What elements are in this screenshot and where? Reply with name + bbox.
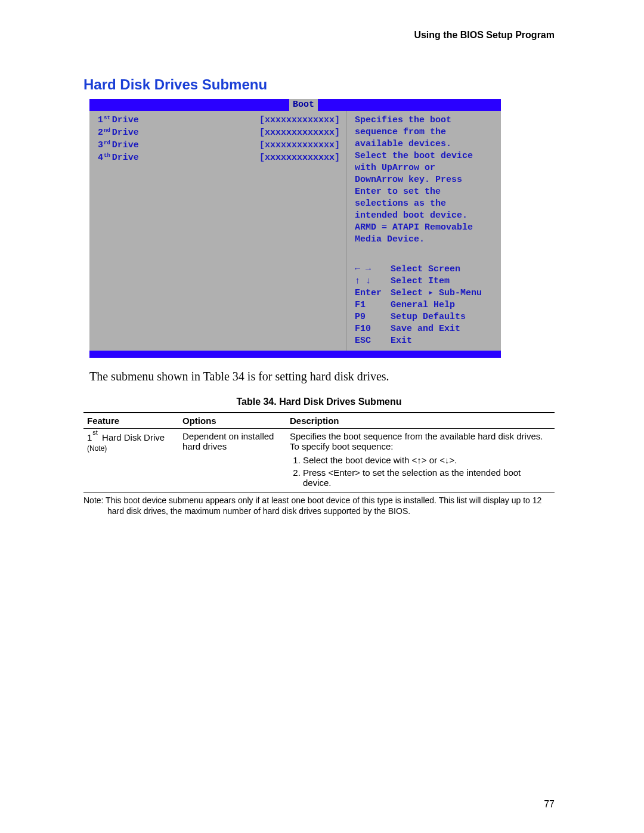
th-description: Description — [286, 413, 555, 429]
bios-drive-label: 4th Drive — [98, 152, 139, 165]
bios-keymap-row: F10Save and Exit — [355, 323, 495, 335]
bios-keymap-action: Select Screen — [391, 264, 460, 275]
bios-keymap-key: F10 — [355, 323, 391, 335]
submenu-table: Feature Options Description 1st Hard Dis… — [83, 412, 555, 493]
bios-help-panel: Specifies the bootsequence from theavail… — [346, 111, 501, 351]
bios-keymap-row: F1General Help — [355, 299, 495, 311]
bios-keymap-key: F1 — [355, 299, 391, 311]
bios-keymap-key: ESC — [355, 335, 391, 347]
th-options: Options — [179, 413, 286, 429]
bios-keymap-row: EnterSelect ▸ Sub-Menu — [355, 287, 495, 299]
bios-keymap-action: General Help — [391, 299, 455, 311]
bios-drive-row: 4th Drive[xxxxxxxxxxxxx] — [98, 152, 340, 165]
desc-step: Select the boot device with <↑> or <↓>. — [303, 455, 551, 465]
bios-help-line: Enter to set the — [355, 186, 495, 198]
bios-help-line: DownArrow key. Press — [355, 174, 495, 186]
bios-screen: Boot 1st Drive[xxxxxxxxxxxxx]2nd Drive[x… — [89, 99, 501, 358]
bios-keymap-row: ↑ ↓Select Item — [355, 275, 495, 287]
cell-description: Specifies the boot sequence from the ava… — [286, 429, 555, 493]
table-row: 1st Hard Disk Drive (Note) Dependent on … — [83, 429, 555, 493]
bios-help-line: available devices. — [355, 138, 495, 150]
caption-paragraph: The submenu shown in Table 34 is for set… — [89, 370, 555, 383]
bios-bottom-bar — [89, 351, 501, 358]
bios-help-line: Specifies the boot — [355, 114, 495, 126]
bios-keymap-action: Select Item — [391, 275, 450, 287]
desc-step: Press <Enter> to set the selection as th… — [303, 467, 551, 488]
bios-help-line: with UpArrow or — [355, 162, 495, 174]
bios-keymap-action: Save and Exit — [391, 323, 460, 335]
table-footnote: Note: This boot device submenu appears o… — [83, 496, 555, 516]
bios-keymap-key: ↑ ↓ — [355, 275, 391, 287]
bios-drive-row: 2nd Drive[xxxxxxxxxxxxx] — [98, 127, 340, 140]
bios-keymap-action: Select ▸ Sub-Menu — [391, 287, 482, 299]
bios-drive-value: [xxxxxxxxxxxxx] — [259, 127, 340, 140]
bios-tab-boot: Boot — [289, 99, 318, 111]
bios-keymap-key: Enter — [355, 287, 391, 299]
bios-keymap-key: ← → — [355, 264, 391, 275]
table-caption: Table 34. Hard Disk Drives Submenu — [83, 397, 555, 407]
bios-drive-value: [xxxxxxxxxxxxx] — [259, 114, 340, 127]
th-feature: Feature — [83, 413, 179, 429]
bios-keymap-row: ← →Select Screen — [355, 264, 495, 275]
bios-help-line: intended boot device. — [355, 210, 495, 222]
bios-keymap-action: Exit — [391, 335, 412, 347]
cell-feature: 1st Hard Disk Drive (Note) — [83, 429, 179, 493]
bios-drive-row: 3rd Drive[xxxxxxxxxxxxx] — [98, 140, 340, 152]
bios-keymap-action: Setup Defaults — [391, 311, 466, 323]
page-number: 77 — [544, 799, 555, 810]
bios-drive-value: [xxxxxxxxxxxxx] — [259, 152, 340, 165]
bios-keymap-row: ESCExit — [355, 335, 495, 347]
bios-drive-list: 1st Drive[xxxxxxxxxxxxx]2nd Drive[xxxxxx… — [89, 111, 346, 351]
bios-keymap-key: P9 — [355, 311, 391, 323]
bios-tab-bar: Boot — [89, 99, 501, 111]
bios-help-line: selections as the — [355, 198, 495, 210]
bios-drive-row: 1st Drive[xxxxxxxxxxxxx] — [98, 114, 340, 127]
bios-help-line: ARMD = ATAPI Removable — [355, 222, 495, 234]
bios-drive-value: [xxxxxxxxxxxxx] — [259, 140, 340, 152]
bios-help-line: Media Device. — [355, 234, 495, 246]
bios-keymap-row: P9Setup Defaults — [355, 311, 495, 323]
section-heading: Hard Disk Drives Submenu — [83, 76, 555, 93]
cell-options: Dependent on installed hard drives — [179, 429, 286, 493]
bios-help-line: Select the boot device — [355, 150, 495, 162]
bios-help-line: sequence from the — [355, 126, 495, 138]
running-header: Using the BIOS Setup Program — [83, 30, 555, 41]
